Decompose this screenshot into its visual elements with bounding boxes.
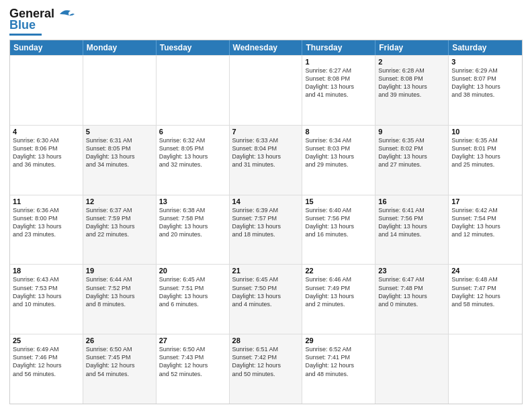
calendar-cell: 15Sunrise: 6:40 AM Sunset: 7:56 PM Dayli… [302,195,375,265]
calendar-week-4: 18Sunrise: 6:43 AM Sunset: 7:53 PM Dayli… [10,264,522,334]
cell-info: Sunrise: 6:49 AM Sunset: 7:46 PM Dayligh… [13,345,80,378]
cell-info: Sunrise: 6:36 AM Sunset: 8:00 PM Dayligh… [13,206,80,239]
cell-info: Sunrise: 6:28 AM Sunset: 8:08 PM Dayligh… [378,66,445,99]
calendar-week-2: 4Sunrise: 6:30 AM Sunset: 8:06 PM Daylig… [10,125,522,195]
calendar-cell: 28Sunrise: 6:51 AM Sunset: 7:42 PM Dayli… [230,334,303,404]
cell-info: Sunrise: 6:48 AM Sunset: 7:47 PM Dayligh… [451,275,519,308]
cell-info: Sunrise: 6:50 AM Sunset: 7:45 PM Dayligh… [86,345,153,378]
cell-info: Sunrise: 6:34 AM Sunset: 8:03 PM Dayligh… [305,136,372,169]
calendar-cell: 4Sunrise: 6:30 AM Sunset: 8:06 PM Daylig… [10,126,83,195]
calendar-cell: 29Sunrise: 6:52 AM Sunset: 7:41 PM Dayli… [302,334,375,404]
day-header-thursday: Thursday [302,40,375,55]
calendar-week-1: 1Sunrise: 6:27 AM Sunset: 8:08 PM Daylig… [10,55,522,125]
day-number: 10 [451,128,519,136]
day-number: 21 [232,267,300,275]
day-number: 13 [159,197,226,205]
cell-info: Sunrise: 6:31 AM Sunset: 8:05 PM Dayligh… [86,136,153,169]
calendar-cell: 6Sunrise: 6:32 AM Sunset: 8:05 PM Daylig… [157,126,230,195]
calendar-week-3: 11Sunrise: 6:36 AM Sunset: 8:00 PM Dayli… [10,195,522,265]
calendar-cell: 18Sunrise: 6:43 AM Sunset: 7:53 PM Dayli… [10,265,83,334]
cell-info: Sunrise: 6:35 AM Sunset: 8:02 PM Dayligh… [378,136,445,169]
day-number: 12 [86,197,153,205]
day-number: 16 [378,197,445,205]
day-number: 4 [13,128,80,136]
logo-underline [9,34,42,36]
calendar-cell: 27Sunrise: 6:50 AM Sunset: 7:43 PM Dayli… [157,334,230,404]
calendar-cell: 11Sunrise: 6:36 AM Sunset: 8:00 PM Dayli… [10,195,83,265]
cell-info: Sunrise: 6:42 AM Sunset: 7:54 PM Dayligh… [451,206,519,239]
cell-info: Sunrise: 6:45 AM Sunset: 7:51 PM Dayligh… [159,275,226,308]
calendar-cell: 19Sunrise: 6:44 AM Sunset: 7:52 PM Dayli… [83,265,157,334]
calendar-cell [157,56,230,125]
cell-info: Sunrise: 6:30 AM Sunset: 8:06 PM Dayligh… [13,136,80,169]
calendar-cell [10,56,83,125]
calendar-cell: 23Sunrise: 6:47 AM Sunset: 7:48 PM Dayli… [375,265,449,334]
cell-info: Sunrise: 6:52 AM Sunset: 7:41 PM Dayligh… [305,345,372,378]
calendar-cell: 22Sunrise: 6:46 AM Sunset: 7:49 PM Dayli… [302,265,375,334]
calendar-cell: 12Sunrise: 6:37 AM Sunset: 7:59 PM Dayli… [83,195,157,265]
cell-info: Sunrise: 6:43 AM Sunset: 7:53 PM Dayligh… [13,275,80,308]
day-header-sunday: Sunday [10,40,83,55]
calendar-cell [83,56,157,125]
cell-info: Sunrise: 6:29 AM Sunset: 8:07 PM Dayligh… [451,66,519,99]
cell-info: Sunrise: 6:27 AM Sunset: 8:08 PM Dayligh… [305,66,372,99]
day-header-monday: Monday [83,40,157,55]
day-number: 11 [13,197,80,205]
cell-info: Sunrise: 6:37 AM Sunset: 7:59 PM Dayligh… [86,206,153,239]
calendar-body: 1Sunrise: 6:27 AM Sunset: 8:08 PM Daylig… [10,55,522,404]
calendar-cell: 3Sunrise: 6:29 AM Sunset: 8:07 PM Daylig… [449,56,522,125]
logo-bird-icon [57,7,76,21]
day-number: 3 [451,58,519,66]
calendar-cell [449,334,522,404]
day-number: 8 [305,128,372,136]
cell-info: Sunrise: 6:39 AM Sunset: 7:57 PM Dayligh… [232,206,300,239]
day-header-friday: Friday [375,40,449,55]
cell-info: Sunrise: 6:50 AM Sunset: 7:43 PM Dayligh… [159,345,226,378]
cell-info: Sunrise: 6:41 AM Sunset: 7:56 PM Dayligh… [378,206,445,239]
cell-info: Sunrise: 6:44 AM Sunset: 7:52 PM Dayligh… [86,275,153,308]
cell-info: Sunrise: 6:32 AM Sunset: 8:05 PM Dayligh… [159,136,226,169]
day-number: 15 [305,197,372,205]
day-header-saturday: Saturday [449,40,522,55]
cell-info: Sunrise: 6:33 AM Sunset: 8:04 PM Dayligh… [232,136,300,169]
day-number: 22 [305,267,372,275]
calendar-cell: 17Sunrise: 6:42 AM Sunset: 7:54 PM Dayli… [449,195,522,265]
page: General Blue SundayMondayTuesdayWednesda… [0,0,532,411]
cell-info: Sunrise: 6:38 AM Sunset: 7:58 PM Dayligh… [159,206,226,239]
day-number: 28 [232,336,300,345]
calendar-cell: 16Sunrise: 6:41 AM Sunset: 7:56 PM Dayli… [375,195,449,265]
day-number: 24 [451,267,519,275]
day-number: 7 [232,128,300,136]
logo-blue: Blue [9,18,36,32]
calendar-cell: 13Sunrise: 6:38 AM Sunset: 7:58 PM Dayli… [157,195,230,265]
day-number: 6 [159,128,226,136]
calendar-cell: 21Sunrise: 6:45 AM Sunset: 7:50 PM Dayli… [230,265,303,334]
calendar-cell: 25Sunrise: 6:49 AM Sunset: 7:46 PM Dayli… [10,334,83,404]
header: General Blue [9,7,523,36]
day-header-tuesday: Tuesday [157,40,230,55]
cell-info: Sunrise: 6:47 AM Sunset: 7:48 PM Dayligh… [378,275,445,308]
day-number: 20 [159,267,226,275]
calendar-cell: 10Sunrise: 6:35 AM Sunset: 8:01 PM Dayli… [449,126,522,195]
day-number: 9 [378,128,445,136]
calendar-cell: 9Sunrise: 6:35 AM Sunset: 8:02 PM Daylig… [375,126,449,195]
calendar-cell: 2Sunrise: 6:28 AM Sunset: 8:08 PM Daylig… [375,56,449,125]
day-header-wednesday: Wednesday [230,40,303,55]
day-number: 2 [378,58,445,66]
day-number: 19 [86,267,153,275]
day-number: 18 [13,267,80,275]
day-number: 17 [451,197,519,205]
calendar-cell: 7Sunrise: 6:33 AM Sunset: 8:04 PM Daylig… [230,126,303,195]
cell-info: Sunrise: 6:40 AM Sunset: 7:56 PM Dayligh… [305,206,372,239]
day-number: 27 [159,336,226,345]
calendar-week-5: 25Sunrise: 6:49 AM Sunset: 7:46 PM Dayli… [10,334,522,404]
calendar: SundayMondayTuesdayWednesdayThursdayFrid… [9,40,523,404]
day-number: 26 [86,336,153,345]
cell-info: Sunrise: 6:51 AM Sunset: 7:42 PM Dayligh… [232,345,300,378]
calendar-cell: 8Sunrise: 6:34 AM Sunset: 8:03 PM Daylig… [302,126,375,195]
calendar-header-row: SundayMondayTuesdayWednesdayThursdayFrid… [10,40,522,55]
cell-info: Sunrise: 6:35 AM Sunset: 8:01 PM Dayligh… [451,136,519,169]
calendar-cell: 14Sunrise: 6:39 AM Sunset: 7:57 PM Dayli… [230,195,303,265]
calendar-cell: 5Sunrise: 6:31 AM Sunset: 8:05 PM Daylig… [83,126,157,195]
calendar-cell [375,334,449,404]
